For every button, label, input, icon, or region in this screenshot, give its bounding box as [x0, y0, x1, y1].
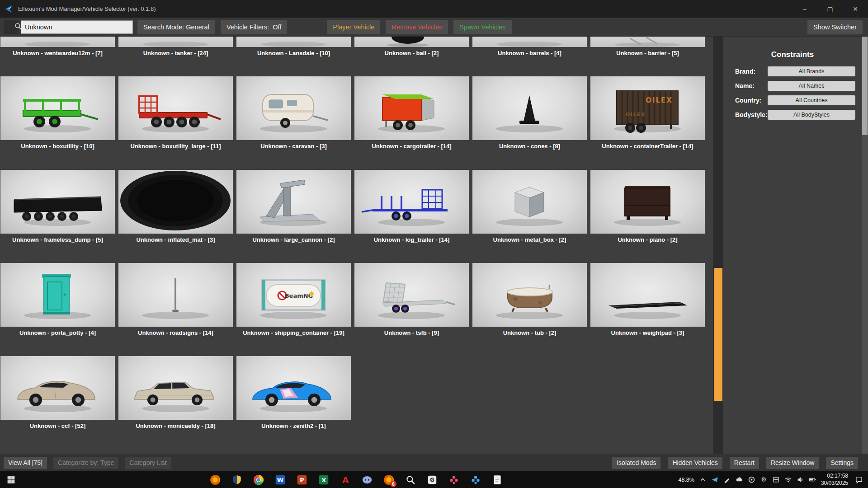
bottom-button-view-all-75[interactable]: View All [75]: [4, 457, 47, 469]
vehicle-card-unknown-weightpad-3[interactable]: Unknown - weightpad - [3]: [590, 263, 705, 337]
vehicle-card-unknown-piano-2[interactable]: Unknown - piano - [2]: [590, 170, 705, 244]
vehicle-thumbnail[interactable]: [0, 37, 115, 47]
constraint-button-all-brands[interactable]: All Brands: [768, 66, 855, 76]
vehicle-card-unknown-zenith2-1[interactable]: Unknown - zenith2 - [1]: [236, 356, 351, 430]
vehicle-card-unknown-tsfb-9[interactable]: Unknown - tsfb - [9]: [354, 263, 469, 337]
minimize-button[interactable]: –: [792, 0, 817, 18]
powerpoint-icon[interactable]: P: [296, 474, 308, 486]
content-scrollbar[interactable]: [713, 37, 723, 454]
search-mode-button[interactable]: Search Mode: General: [137, 20, 215, 34]
vehicle-thumbnail[interactable]: [0, 170, 115, 234]
firefox-icon[interactable]: [209, 474, 221, 486]
vehicle-thumbnail[interactable]: [590, 170, 705, 234]
vehicle-thumbnail[interactable]: [590, 263, 705, 327]
vehicle-thumbnail[interactable]: [590, 37, 705, 47]
remove-vehicles-button[interactable]: Remove Vehicles: [386, 20, 448, 34]
vehicle-thumbnail[interactable]: [354, 76, 469, 140]
volume-icon[interactable]: [797, 476, 804, 483]
cloud-icon[interactable]: [736, 476, 743, 483]
vehicle-card-unknown-inflated-mat-3[interactable]: Unknown - inflated_mat - [3]: [118, 170, 233, 244]
vehicle-card-unknown-lansdale-10[interactable]: Unknown - Lansdale - [10]: [236, 37, 351, 57]
vehicle-card-unknown-boxutility-large-11[interactable]: Unknown - boxutility_large - [11]: [118, 76, 233, 150]
vehicle-card-unknown-ccf-52[interactable]: Unknown - ccf - [52]: [0, 356, 115, 430]
vehicle-card-unknown-barrier-5[interactable]: Unknown - barrier - [5]: [590, 37, 705, 57]
constraint-button-all-bodystyles[interactable]: All BodyStyles: [768, 110, 855, 120]
gog-icon[interactable]: G: [426, 474, 438, 486]
vehicle-thumbnail[interactable]: [0, 263, 115, 327]
shield-icon[interactable]: [231, 474, 243, 486]
word-icon[interactable]: W: [274, 474, 286, 486]
bottom-button-resize-window[interactable]: Resize Window: [766, 457, 819, 469]
vehicle-card-unknown-tanker-24[interactable]: Unknown - tanker - [24]: [118, 37, 233, 57]
dots-red-icon[interactable]: [448, 474, 460, 486]
constraint-button-all-names[interactable]: All Names: [768, 81, 855, 91]
vehicle-card-unknown-roadsigns-14[interactable]: Unknown - roadsigns - [14]: [118, 263, 233, 337]
wifi-icon[interactable]: [784, 476, 792, 483]
vehicle-card-unknown-tub-2[interactable]: Unknown - tub - [2]: [472, 263, 587, 337]
vehicle-card-unknown-cones-8[interactable]: Unknown - cones - [8]: [472, 76, 587, 150]
maximize-button[interactable]: ▢: [817, 0, 843, 18]
bottom-button-isolated-mods[interactable]: Isolated Mods: [612, 457, 660, 469]
vehicle-thumbnail[interactable]: [472, 263, 587, 327]
vehicle-thumbnail[interactable]: [236, 356, 351, 420]
telegram-icon[interactable]: [711, 476, 719, 483]
close-button[interactable]: ✕: [843, 0, 868, 18]
vehicle-card-unknown-monicaeldy-18[interactable]: Unknown - monicaeldy - [18]: [118, 356, 233, 430]
vehicle-thumbnail[interactable]: [118, 170, 233, 234]
chevron-up-icon[interactable]: [699, 476, 707, 483]
content-scrollbar-thumb[interactable]: [714, 268, 722, 401]
chrome-icon[interactable]: [252, 474, 264, 486]
vehicle-card-unknown-cargotrailer-14[interactable]: Unknown - cargotrailer - [14]: [354, 76, 469, 150]
vehicle-thumbnail[interactable]: [0, 76, 115, 140]
vehicle-thumbnail[interactable]: [236, 37, 351, 47]
bottom-button-hidden-vehicles[interactable]: Hidden Vehicles: [668, 457, 722, 469]
firefox-badge-icon[interactable]: 6: [382, 474, 395, 486]
vehicle-thumbnail[interactable]: [118, 356, 233, 420]
search-input[interactable]: [21, 20, 133, 34]
vehicle-thumbnail[interactable]: [118, 263, 233, 327]
vehicle-card-unknown-large-cannon-2[interactable]: Unknown - large_cannon - [2]: [236, 170, 351, 244]
window-scrollbar[interactable]: [862, 37, 868, 454]
show-switcher-button[interactable]: Show Switcher: [807, 20, 863, 34]
notification-center-icon[interactable]: [854, 475, 864, 484]
notepad-icon[interactable]: [491, 474, 503, 486]
excel-icon[interactable]: X: [317, 474, 330, 486]
vehicle-card-unknown-caravan-3[interactable]: Unknown - caravan - [3]: [236, 76, 351, 150]
vehicle-thumbnail[interactable]: [354, 170, 469, 234]
steam-icon[interactable]: [748, 476, 755, 483]
grid-icon[interactable]: [772, 476, 780, 483]
vehicle-thumbnail[interactable]: [236, 76, 351, 140]
vehicle-thumbnail[interactable]: [118, 37, 233, 47]
vehicle-thumbnail[interactable]: [472, 37, 587, 47]
vehicle-thumbnail[interactable]: [472, 76, 587, 140]
battery-icon[interactable]: [809, 476, 816, 483]
vehicle-card-unknown-log-trailer-14[interactable]: Unknown - log_trailer - [14]: [354, 170, 469, 244]
constraint-button-all-countries[interactable]: All Countries: [768, 95, 855, 105]
vehicle-card-unknown-shipping-container-19[interactable]: BeamNGUnknown - shipping_container - [19…: [236, 263, 351, 337]
player-vehicle-button[interactable]: Player Vehicle: [327, 20, 380, 34]
vehicle-card-unknown-frameless-dump-5[interactable]: Unknown - frameless_dump - [5]: [0, 170, 115, 244]
bottom-button-restart[interactable]: Restart: [730, 457, 759, 469]
vehicle-card-unknown-wentwardeu12m-7[interactable]: Unknown - wentwardeu12m - [7]: [0, 37, 115, 57]
vehicle-card-unknown-barrels-4[interactable]: Unknown - barrels - [4]: [472, 37, 587, 57]
vehicle-card-unknown-metal-box-2[interactable]: Unknown - metal_box - [2]: [472, 170, 587, 244]
vehicle-thumbnail[interactable]: [236, 170, 351, 234]
vehicle-thumbnail[interactable]: [472, 170, 587, 234]
discord-icon[interactable]: [361, 474, 373, 486]
vehicle-card-unknown-ball-2[interactable]: Unknown - ball - [2]: [354, 37, 469, 57]
window-scrollbar-thumb[interactable]: [862, 37, 868, 135]
vehicle-filters-button[interactable]: Vehicle Filters: Off: [221, 20, 287, 34]
start-button[interactable]: [0, 471, 22, 488]
vehicle-thumbnail[interactable]: BeamNG: [236, 263, 351, 327]
pen-icon[interactable]: [723, 476, 731, 483]
bottom-button-settings[interactable]: Settings: [826, 457, 858, 469]
vehicle-card-unknown-containertrailer-14[interactable]: OILEXOILEXUnknown - containerTrailer - […: [590, 76, 705, 150]
dots-blue-icon[interactable]: [469, 474, 481, 486]
acrobat-icon[interactable]: A: [339, 474, 351, 486]
vehicle-thumbnail[interactable]: [118, 76, 233, 140]
spawn-vehicles-button[interactable]: Spawn Vehicles: [453, 20, 511, 34]
vehicle-thumbnail[interactable]: [354, 37, 469, 47]
clock[interactable]: 02:17:58 30/03/2025: [821, 473, 848, 487]
vehicle-thumbnail[interactable]: [354, 263, 469, 327]
search-icon[interactable]: [404, 474, 416, 486]
